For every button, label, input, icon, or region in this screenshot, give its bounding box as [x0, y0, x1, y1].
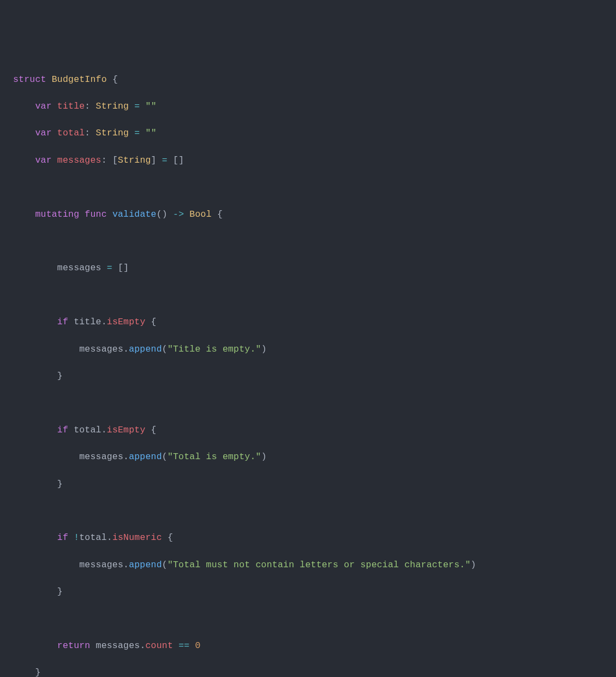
- code-line: }: [0, 585, 616, 599]
- code-line: [0, 396, 616, 410]
- code-line: if title.isEmpty {: [0, 316, 616, 329]
- code-line: [0, 235, 616, 248]
- code-line: messages.append("Total must not contain …: [0, 559, 616, 572]
- code-line: messages = []: [0, 262, 616, 275]
- code-line: mutating func validate() -> Bool {: [0, 208, 616, 222]
- code-line: var total: String = "": [0, 127, 616, 140]
- code-line: }: [0, 478, 616, 491]
- code-editor[interactable]: struct BudgetInfo { var title: String = …: [0, 60, 616, 677]
- code-line: if total.isEmpty {: [0, 424, 616, 437]
- code-line: struct BudgetInfo {: [0, 73, 616, 87]
- code-line: messages.append("Title is empty."): [0, 343, 616, 357]
- code-line: [0, 504, 616, 518]
- code-line: return messages.count == 0: [0, 639, 616, 653]
- code-line: if !total.isNumeric {: [0, 531, 616, 545]
- code-line: }: [0, 370, 616, 383]
- code-line: var title: String = "": [0, 100, 616, 114]
- code-line: [0, 613, 616, 626]
- code-line: var messages: [String] = []: [0, 154, 616, 168]
- code-line: messages.append("Total is empty."): [0, 450, 616, 464]
- code-line: }: [0, 666, 616, 677]
- code-line: [0, 181, 616, 194]
- code-line: [0, 289, 616, 302]
